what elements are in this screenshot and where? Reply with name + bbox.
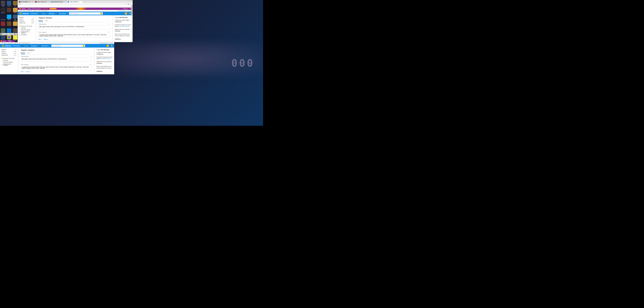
- body-input[interactable]: [38, 33, 110, 38]
- nav-link[interactable]: Поиск: [38, 10, 41, 11]
- browser-tab[interactable]: Смех, злость, радость, ненавис... ×: [34, 0, 50, 3]
- nav-link[interactable]: Знакомства: [8, 42, 13, 43]
- nav-categories[interactable]: ☰Категории: [30, 12, 38, 15]
- desktop-icon[interactable]: MTA:San Andreas 1.5: [0, 1, 6, 7]
- promo-close-button[interactable]: × закрыть: [122, 8, 128, 9]
- sidebar-mymir[interactable]: ☺Мой Мир: [0, 59, 18, 61]
- sidebar-vip[interactable]: 👑Получить VIP-статус: [18, 25, 36, 27]
- desktop-icon[interactable]: Skype: [6, 15, 12, 21]
- tab-question[interactable]: Вопрос: [21, 52, 25, 54]
- tab-close-icon[interactable]: ×: [32, 1, 33, 2]
- browser-tab[interactable]: AppHang B1,Apocrash что это ... ×: [50, 0, 66, 3]
- nav-leaders[interactable]: ▮Лидеры: [48, 12, 55, 15]
- search-button[interactable]: 🔍: [100, 13, 102, 14]
- desktop-icon[interactable]: GMP: [13, 1, 18, 7]
- topic-input[interactable]: [38, 25, 110, 30]
- desktop-icon[interactable]: OpenCL: [6, 1, 12, 7]
- search-button[interactable]: 🔍: [83, 45, 84, 47]
- sidebar-item-subs[interactable]: Подписки0 / 0: [0, 52, 18, 54]
- attach-photo-button[interactable]: Фото: [38, 39, 42, 40]
- nav-link[interactable]: они: [1, 42, 3, 43]
- level-link[interactable]: вашего уровня: [121, 26, 129, 27]
- star-icon[interactable]: ☆: [126, 3, 127, 5]
- install-button[interactable]: Установить: [49, 8, 57, 9]
- scrollbar[interactable]: [131, 5, 132, 42]
- address-input[interactable]: [19, 3, 126, 5]
- otvety-logo[interactable]: @ ответы: [2, 44, 11, 47]
- avatar[interactable]: V: [106, 44, 109, 47]
- sidebar-vip[interactable]: 👑Получить VIP-статус: [0, 57, 18, 59]
- nav-business[interactable]: 💼Для бизнеса: [38, 44, 49, 47]
- new-tab-button[interactable]: +: [83, 1, 85, 3]
- maximize-button[interactable]: ▢: [129, 0, 131, 1]
- nav-leaders[interactable]: ▮Лидеры: [31, 44, 38, 47]
- nav-categories[interactable]: ☰Категории: [12, 44, 21, 47]
- nav-link[interactable]: Все проекты ▾: [42, 10, 48, 11]
- search-input[interactable]: [70, 13, 100, 14]
- tab-question[interactable]: Вопрос: [38, 20, 43, 22]
- sidebar-profile[interactable]: ⚙Редактировать профиль: [0, 63, 18, 66]
- adblock-icon[interactable]: ●: [130, 3, 132, 5]
- sidebar-item-followers[interactable]: Подписчики0 / 0: [0, 54, 18, 56]
- nav-link[interactable]: Новости: [14, 42, 18, 43]
- attach-video-button[interactable]: Видео: [44, 39, 48, 40]
- sidebar-item-questions[interactable]: Вопросы0: [18, 16, 36, 18]
- sidebar-profile[interactable]: ⚙Редактировать профиль: [18, 31, 36, 34]
- sidebar-item-answers[interactable]: Ответы0 / 0: [18, 18, 36, 20]
- sidebar-avatar[interactable]: ✎Изменить аватар: [18, 29, 36, 31]
- tab-close-icon[interactable]: ×: [65, 1, 66, 2]
- nav-link[interactable]: Знакомства: [26, 10, 32, 11]
- tab-poll[interactable]: Опрос: [27, 52, 30, 54]
- close-button[interactable]: ✕: [131, 0, 132, 1]
- nav-link[interactable]: Поиск: [19, 42, 22, 43]
- bell-icon[interactable]: 🔔: [129, 13, 131, 14]
- nav-ask[interactable]: +Спросить: [40, 12, 47, 15]
- taskbar-button[interactable]: GloriousMajor - Официальная ... ×: [0, 33, 15, 35]
- taskbar-button-youtube[interactable]: ▶: [15, 33, 17, 35]
- sidebar-item-followers[interactable]: Подписчики0 / 0: [18, 22, 36, 24]
- tab-bar: GloriousMajor - Официальная ... × Смех, …: [18, 0, 132, 3]
- attach-video-button[interactable]: Видео: [26, 71, 31, 72]
- attach-photo-button[interactable]: Фото: [21, 71, 24, 72]
- nav-link[interactable]: ильмы: [19, 10, 22, 11]
- extension-icon[interactable]: ⊞: [128, 3, 129, 5]
- desktop-icon[interactable]: Audiosurf: [0, 8, 6, 14]
- desktop-icon[interactable]: ...: [6, 21, 12, 28]
- logout-link[interactable]: выход: [128, 10, 131, 11]
- bell-icon[interactable]: 🔔: [111, 45, 112, 47]
- nav-business[interactable]: 💼Для бизнеса: [56, 12, 67, 15]
- user-email[interactable]: vpvapr.ayvp@bk.ru ▾: [118, 10, 127, 11]
- nav-link[interactable]: Все проекты ▾: [23, 42, 30, 43]
- sidebar-item-questions[interactable]: Вопросы0: [0, 49, 18, 50]
- minimize-button[interactable]: —: [127, 0, 129, 1]
- topic-input[interactable]: [21, 57, 92, 62]
- level-link[interactable]: вашего уровня: [102, 58, 111, 59]
- desktop-icon[interactable]: ...: [13, 21, 18, 28]
- sidebar-item-subs[interactable]: Подписки0 / 0: [18, 20, 36, 22]
- desktop-icon[interactable]: HD-Audio: [0, 15, 6, 21]
- desktop-icon[interactable]: ...: [0, 21, 6, 28]
- otvety-logo[interactable]: @ ответы: [19, 12, 29, 15]
- mailru-nav: они Игры Знакомства Новости Поиск Все пр…: [0, 42, 114, 44]
- desktop-icon[interactable]: AIMP3: [13, 8, 18, 14]
- logout-link[interactable]: выход: [110, 42, 113, 43]
- avatar[interactable]: V: [125, 12, 127, 15]
- nav-link[interactable]: Игры: [4, 42, 6, 43]
- sidebar-mymir[interactable]: ☺Мой Мир: [18, 27, 36, 29]
- body-input[interactable]: [21, 66, 92, 70]
- search-input[interactable]: [52, 45, 82, 46]
- browser-tab-active[interactable]: Ответы Mail.Ru: задать вопрос ×: [67, 0, 83, 3]
- tab-close-icon[interactable]: ×: [81, 1, 82, 2]
- sidebar-avatar[interactable]: ✎Изменить аватар: [0, 61, 18, 63]
- nav-link[interactable]: Новости: [33, 10, 37, 11]
- nav-ask[interactable]: +Спросить: [22, 45, 30, 47]
- sidebar-settings[interactable]: ⚙Настройки: [18, 34, 36, 36]
- user-email[interactable]: vpvapr.ayvp@bk.ru ▾: [100, 42, 109, 43]
- browser-tab[interactable]: GloriousMajor - Официальная ... ×: [18, 0, 34, 3]
- sidebar-item-answers[interactable]: Ответы0 / 0: [0, 50, 18, 52]
- tab-close-icon[interactable]: ×: [48, 1, 50, 2]
- desktop-icon[interactable]: Star Conflict: [13, 15, 18, 21]
- nav-link[interactable]: Игры: [23, 10, 26, 11]
- desktop-icon[interactable]: ...: [6, 8, 12, 14]
- tab-poll[interactable]: Опрос: [45, 20, 48, 22]
